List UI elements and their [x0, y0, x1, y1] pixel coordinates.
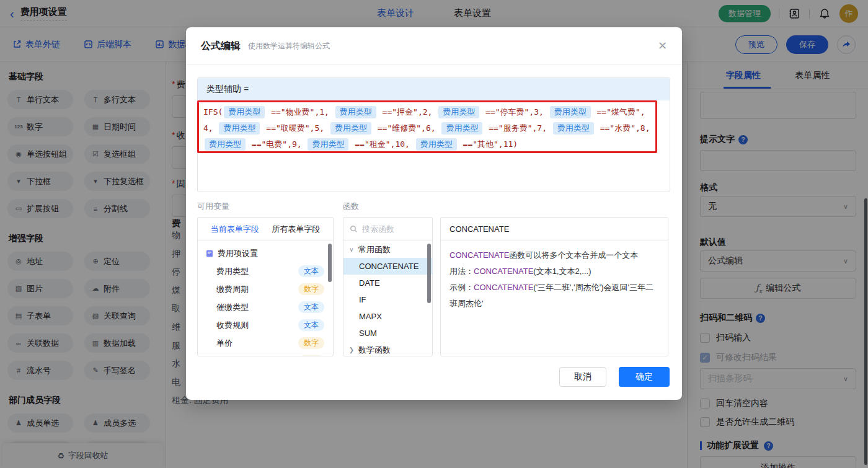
caret-down-icon: ∨ [348, 246, 355, 253]
formula-token: =="租金",10, [350, 139, 414, 149]
function-item-DATE[interactable]: DATE [343, 275, 432, 291]
formula-token: =="停车费",3, [480, 107, 548, 117]
variables-rows: 费用类型文本缴费周期数字催缴类型文本收费规则文本单价数字附加费用数字 [198, 262, 333, 356]
variable-row[interactable]: 收费规则文本 [198, 316, 333, 334]
function-search-placeholder: 搜索函数 [362, 224, 394, 235]
formula-variable-chip[interactable]: 费用类型 [550, 106, 591, 118]
variable-row[interactable]: 催缴类型文本 [198, 298, 333, 316]
modal-title: 公式编辑 [201, 40, 241, 53]
confirm-button[interactable]: 确定 [619, 367, 670, 387]
function-description-panel: CONCATENATE CONCATENATE函数可以将多个文本合并成一个文本 … [440, 217, 668, 356]
formula-token: =="物业费",1, [266, 107, 334, 117]
function-tree: ∨常用函数CONCATENATEDATEIFMAPXSUM❯数学函数❯文本函数 [343, 241, 432, 356]
formula-token: =="押金",2, [378, 107, 437, 117]
variable-name: 单价 [216, 338, 232, 349]
formula-editor-modal: 公式编辑 使用数学运算符编辑公式 ✕ 类型辅助 = IFS(费用类型 =="物业… [186, 27, 682, 400]
variable-row[interactable]: 费用类型文本 [198, 262, 333, 280]
formula-variable-chip[interactable]: 费用类型 [308, 138, 348, 151]
formula-function-token: IFS( [203, 107, 223, 117]
modal-header: 公式编辑 使用数学运算符编辑公式 ✕ [186, 27, 682, 65]
formula-variable-chip[interactable]: 费用类型 [219, 122, 260, 135]
function-group-label: 数学函数 [358, 345, 391, 356]
variables-list: 费用项设置 费用类型文本缴费周期数字催缴类型文本收费规则文本单价数字附加费用数字 [198, 241, 333, 356]
search-icon [350, 225, 358, 233]
formula-variable-chip[interactable]: 费用类型 [438, 106, 479, 118]
variables-tabs: 当前表单字段 所有表单字段 [198, 218, 333, 241]
formula-variable-chip[interactable]: 费用类型 [330, 122, 371, 135]
variable-type-badge: 数字 [298, 337, 324, 349]
variable-type-badge: 文本 [298, 265, 324, 277]
variable-name: 费用类型 [216, 266, 249, 277]
variables-panel: 当前表单字段 所有表单字段 费用项设置 费用类型文本缴费周期数字催缴类型文本收费… [197, 217, 334, 356]
function-description-body: CONCATENATE函数可以将多个文本合并成一个文本 用法：CONCATENA… [441, 241, 668, 318]
cancel-button[interactable]: 取消 [559, 367, 606, 387]
formula-variable-chip[interactable]: 费用类型 [553, 122, 594, 135]
variable-type-badge: 数字 [298, 283, 324, 295]
function-group-常用函数[interactable]: ∨常用函数 [343, 241, 432, 258]
tab-all-form-fields[interactable]: 所有表单字段 [272, 224, 320, 235]
app-root: ‹ 费用项设置 表单设计 表单设置 数据管理 作 [0, 0, 868, 468]
functions-label: 函数 [343, 201, 359, 212]
formula-token: =="取暖费",5, [261, 123, 329, 133]
variable-row[interactable]: 缴费周期数字 [198, 280, 333, 298]
functions-panel: 搜索函数 ∨常用函数CONCATENATEDATEIFMAPXSUM❯数学函数❯… [343, 217, 433, 356]
variable-name: 催缴类型 [216, 302, 249, 313]
tab-current-form-fields[interactable]: 当前表单字段 [211, 224, 259, 235]
variable-row[interactable]: 单价数字 [198, 334, 333, 352]
variables-label: 可用变量 [197, 201, 343, 212]
formula-content: IFS(费用类型 =="物业费",1, 费用类型 =="押金",2, 费用类型 … [203, 104, 651, 152]
variable-type-badge: 数字 [298, 355, 324, 356]
modal-footer: 取消 确定 [559, 367, 670, 387]
variables-root-label: 费用项设置 [218, 248, 258, 259]
formula-highlight-box[interactable]: IFS(费用类型 =="物业费",1, 费用类型 =="押金",2, 费用类型 … [197, 100, 657, 153]
functions-scrollbar[interactable] [427, 244, 431, 303]
function-item-SUM[interactable]: SUM [343, 325, 432, 342]
function-search[interactable]: 搜索函数 [343, 218, 432, 241]
description-usage: 用法：CONCATENATE(文本1,文本2,...) [450, 263, 659, 280]
caret-right-icon: ❯ [348, 347, 355, 353]
variables-root[interactable]: 费用项设置 [198, 245, 333, 262]
close-icon[interactable]: ✕ [658, 40, 667, 51]
modal-subtitle: 使用数学运算符编辑公式 [248, 41, 330, 51]
variables-scrollbar[interactable] [328, 244, 332, 282]
function-item-MAPX[interactable]: MAPX [343, 308, 432, 325]
modal-body: 类型辅助 = IFS(费用类型 =="物业费",1, 费用类型 =="押金",2… [186, 65, 682, 356]
formula-token: =="水费",8, [595, 123, 650, 133]
variable-name: 缴费周期 [216, 284, 249, 295]
formula-variable-chip[interactable]: 费用类型 [205, 138, 246, 151]
function-item-CONCATENATE[interactable]: CONCATENATE [343, 258, 432, 275]
formula-token: =="维修费",6, [373, 123, 440, 133]
formula-variable-chip[interactable]: 费用类型 [224, 106, 265, 118]
formula-token: =="电费",9, [247, 139, 306, 149]
variable-row[interactable]: 附加费用数字 [198, 352, 333, 356]
form-doc-icon [205, 249, 214, 258]
description-example: 示例：CONCATENATE('三年二班','周杰伦')会返回'三年二班周杰伦' [450, 280, 659, 312]
function-description-title: CONCATENATE [441, 218, 668, 241]
variable-name: 收费规则 [216, 320, 249, 331]
function-group-label: 常用函数 [358, 244, 391, 255]
variable-name: 附加费用 [216, 356, 249, 357]
formula-variable-chip[interactable]: 费用类型 [441, 122, 482, 135]
function-group-数学函数[interactable]: ❯数学函数 [343, 342, 432, 356]
variable-type-badge: 文本 [298, 319, 324, 331]
formula-editor: 类型辅助 = IFS(费用类型 =="物业费",1, 费用类型 =="押金",2… [197, 77, 670, 192]
formula-close-token: ) [513, 139, 518, 149]
formula-variable-chip[interactable]: 费用类型 [416, 138, 457, 151]
formula-target: 类型辅助 = [198, 78, 670, 100]
function-item-IF[interactable]: IF [343, 291, 432, 308]
variable-type-badge: 文本 [298, 301, 324, 313]
formula-token: =="其他",11 [458, 139, 513, 149]
formula-token: =="服务费",7, [484, 123, 551, 133]
formula-variable-chip[interactable]: 费用类型 [335, 106, 376, 118]
panel-labels: 可用变量 函数 [197, 201, 670, 212]
description-intro: CONCATENATE函数可以将多个文本合并成一个文本 [450, 247, 659, 263]
panel-row: 当前表单字段 所有表单字段 费用项设置 费用类型文本缴费周期数字催缴类型文本收费… [197, 217, 670, 356]
